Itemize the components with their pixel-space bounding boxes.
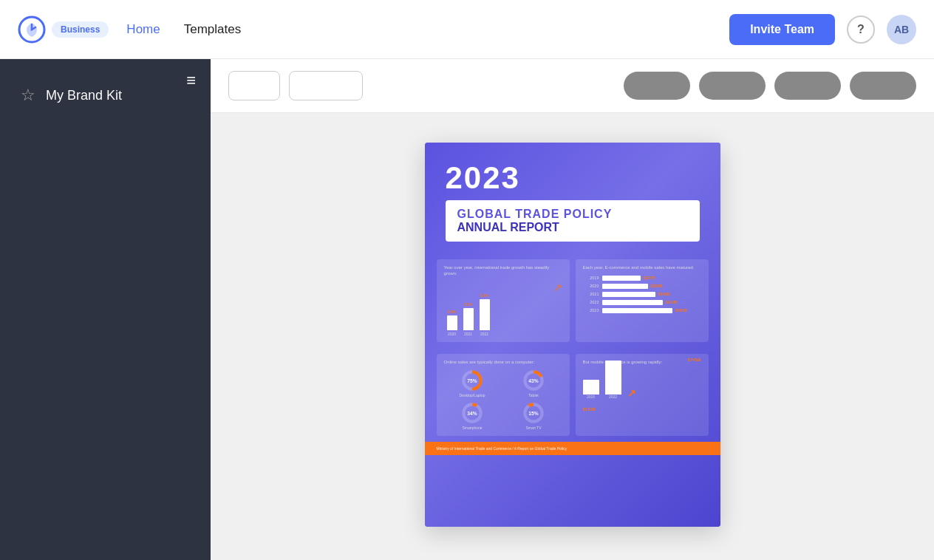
bar-col-2021: 3.7% 2021 bbox=[463, 302, 474, 336]
bar-2020 bbox=[447, 315, 457, 330]
bar-chart-horizontal: 2019 $237B 2020 $280B bbox=[583, 276, 701, 313]
bar-row-2019: 2019 $237B bbox=[583, 276, 701, 281]
mb-trend-arrow-icon: ↗ bbox=[627, 387, 636, 399]
top-nav: Business Home Templates Invite Team ? AB bbox=[0, 0, 934, 59]
bar-2022 bbox=[480, 299, 490, 330]
bar-row-2020: 2020 $280B bbox=[583, 284, 701, 289]
bar-col-2022: 5.2% 2022 bbox=[480, 293, 490, 336]
doc-charts-row1: Year over year, international trade grow… bbox=[425, 253, 720, 342]
donut-smarttv: 15% Smart TV bbox=[505, 402, 562, 430]
toolbar-btn-1[interactable] bbox=[228, 71, 280, 100]
bar-2021 bbox=[463, 308, 474, 330]
doc-footer-text: Ministry of International Trade and Comm… bbox=[437, 446, 709, 451]
toolbar-pill-2[interactable] bbox=[699, 72, 766, 100]
invite-team-button[interactable]: Invite Team bbox=[729, 14, 835, 45]
bar-col-2020: 2.5% 2020 bbox=[447, 310, 457, 336]
svg-text:15%: 15% bbox=[528, 412, 538, 417]
chart-ecommerce-title: Each year, E-commerce and mobile sales h… bbox=[583, 265, 701, 271]
trend-arrow-icon: ↗ bbox=[444, 281, 562, 293]
donut-grid: 75% Desktop/Laptop 43% bbox=[444, 369, 562, 430]
donut-label-smartphone: Smartphone bbox=[462, 426, 482, 430]
chart-ecommerce: Each year, E-commerce and mobile sales h… bbox=[576, 259, 709, 342]
sidebar-item-brand-kit[interactable]: ☆ My Brand Kit bbox=[0, 71, 211, 120]
donut-label-desktop: Desktop/Laptop bbox=[459, 393, 485, 397]
donut-ring-tablet: 43% bbox=[522, 369, 545, 392]
mobile-bars: 2015 2022 ↗ bbox=[583, 366, 701, 399]
donut-desktop: 75% Desktop/Laptop bbox=[444, 369, 501, 397]
chart-trade-growth: Year over year, international trade grow… bbox=[437, 259, 570, 342]
nav-badge: Business bbox=[52, 21, 109, 38]
chart-mobile-commerce: But mobile commerce is growing rapidly: … bbox=[576, 354, 709, 437]
toolbar-btn-2[interactable] bbox=[289, 71, 363, 100]
doc-footer: Ministry of International Trade and Comm… bbox=[425, 442, 720, 455]
content-area: 2023 GLOBAL TRADE POLICY ANNUAL REPORT Y… bbox=[211, 59, 934, 560]
donut-label-tablet: Tablet bbox=[528, 393, 538, 397]
bar-row-2022: 2022 $410B bbox=[583, 300, 701, 305]
mb-year-2015: 2015 bbox=[587, 395, 595, 399]
nav-home[interactable]: Home bbox=[126, 22, 160, 37]
toolbar-pill-1[interactable] bbox=[624, 72, 690, 100]
doc-year: 2023 bbox=[446, 160, 700, 196]
nav-templates[interactable]: Templates bbox=[184, 22, 241, 37]
bar-chart-vertical: 2.5% 2020 3.7% 2021 5. bbox=[444, 299, 562, 336]
mb-year-2022: 2022 bbox=[609, 395, 617, 399]
bar-yr-2020: 2020 bbox=[448, 332, 456, 336]
bar-pct-2020: 2.5% bbox=[448, 310, 456, 314]
chart-donuts: Online sales are typically done on a com… bbox=[437, 354, 570, 437]
toolbar-pill-3[interactable] bbox=[774, 72, 841, 100]
donut-smartphone: 34% Smartphone bbox=[444, 402, 501, 430]
bar-fill-2019 bbox=[602, 276, 641, 281]
avatar[interactable]: AB bbox=[887, 15, 916, 44]
donut-ring-smartphone: 34% bbox=[461, 402, 483, 424]
bar-row-2023: 2023 $530B bbox=[583, 308, 701, 313]
donut-chart-title: Online sales are typically done on a com… bbox=[444, 360, 562, 366]
donut-tablet: 43% Tablet bbox=[505, 369, 562, 397]
svg-text:75%: 75% bbox=[467, 379, 477, 384]
main-layout: ≡ ☆ My Brand Kit 2023 bbox=[0, 59, 934, 560]
bar-row-2021: 2021 $340B bbox=[583, 292, 701, 297]
nav-right: Invite Team ? AB bbox=[729, 14, 916, 45]
nav-links: Home Templates bbox=[126, 22, 241, 37]
canvas-area: 2023 GLOBAL TRADE POLICY ANNUAL REPORT Y… bbox=[211, 113, 934, 556]
doc-charts-row2: Online sales are typically done on a com… bbox=[425, 348, 720, 437]
toolbar-row bbox=[211, 59, 934, 113]
doc-content: 2023 GLOBAL TRADE POLICY ANNUAL REPORT Y… bbox=[425, 143, 720, 455]
menu-icon[interactable]: ≡ bbox=[186, 72, 196, 89]
bar-fill-2022 bbox=[602, 300, 663, 305]
mobile-bottom-val: $133B bbox=[583, 400, 701, 414]
mb-col-2022: 2022 bbox=[605, 361, 621, 399]
doc-header: 2023 GLOBAL TRADE POLICY ANNUAL REPORT bbox=[425, 143, 720, 253]
donut-ring-smarttv: 15% bbox=[522, 402, 545, 424]
bar-yr-2021: 2021 bbox=[464, 332, 472, 336]
mb-bar-2022 bbox=[605, 361, 621, 395]
sidebar-brand-kit-label: My Brand Kit bbox=[46, 88, 122, 103]
document-preview: 2023 GLOBAL TRADE POLICY ANNUAL REPORT Y… bbox=[425, 143, 720, 527]
donut-label-smarttv: Smart TV bbox=[525, 426, 541, 430]
toolbar-pill-4[interactable] bbox=[850, 72, 916, 100]
bar-fill-2021 bbox=[602, 292, 655, 297]
bar-fill-2020 bbox=[602, 284, 648, 289]
logo-icon bbox=[18, 16, 46, 44]
bar-fill-2023 bbox=[602, 308, 672, 313]
help-button[interactable]: ? bbox=[847, 16, 875, 44]
star-icon: ☆ bbox=[21, 86, 35, 105]
doc-title-box: GLOBAL TRADE POLICY ANNUAL REPORT bbox=[446, 200, 700, 242]
chart-trade-title: Year over year, international trade grow… bbox=[444, 265, 562, 277]
logo: Business bbox=[18, 16, 109, 44]
mb-bar-2015 bbox=[583, 380, 599, 395]
mobile-chart-container: $745B 2015 2022 bbox=[583, 369, 701, 414]
sidebar: ≡ ☆ My Brand Kit bbox=[0, 59, 211, 560]
bar-yr-2022: 2022 bbox=[480, 332, 488, 336]
mb-arrow-container: ↗ bbox=[627, 384, 636, 399]
svg-text:43%: 43% bbox=[528, 379, 538, 384]
mb-col-2015: 2015 bbox=[583, 380, 599, 399]
doc-title-line1: GLOBAL TRADE POLICY bbox=[457, 208, 688, 221]
mobile-top-val: $745B bbox=[583, 351, 701, 364]
bar-pct-2022: 5.2% bbox=[480, 293, 488, 298]
svg-text:34%: 34% bbox=[467, 412, 477, 417]
bar-pct-2021: 3.7% bbox=[464, 302, 472, 307]
doc-title-line2: ANNUAL REPORT bbox=[457, 221, 688, 234]
donut-ring-desktop: 75% bbox=[461, 369, 483, 392]
